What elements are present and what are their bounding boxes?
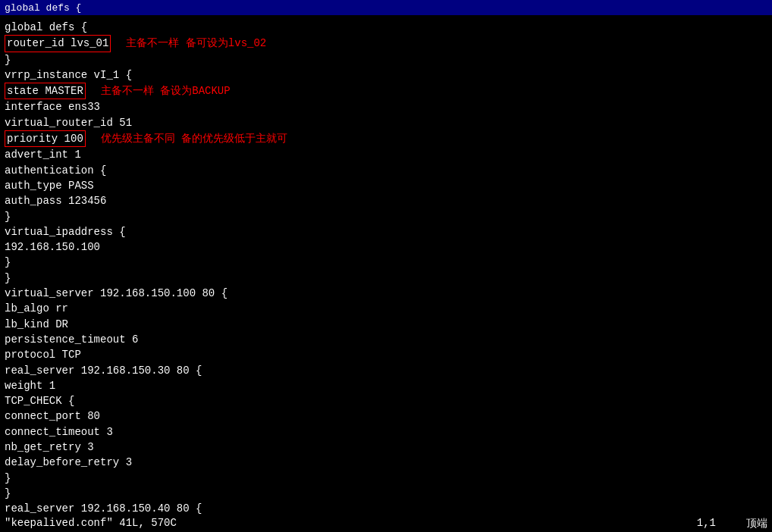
code-line: priority 100优先级主备不同 备的优先级低于主就可 [5,130,767,147]
code-text-span: delay_before_retry 3 [5,455,132,470]
code-line: } [5,255,767,270]
code-line: virtual_server 192.168.150.100 80 { [5,286,767,301]
code-line: virtual_ipaddress { [5,224,767,239]
code-text-span: } [5,209,11,224]
code-line: connect_port 80 [5,408,767,424]
code-text-span: virtual_router_id 51 [5,115,132,130]
code-text-span: real_server 192.168.150.30 80 { [5,363,202,378]
code-text-span: } [5,486,11,501]
code-text-span: } [5,52,11,67]
code-text-span: advert_int 1 [5,147,81,162]
code-text-span: virtual_server 192.168.150.100 80 { [5,286,228,301]
code-text-span: global defs { [5,20,87,35]
code-comment: 主备不一样 备可设为lvs_02 [126,36,266,51]
code-line: connect_timeout 3 [5,424,767,440]
code-line: 192.168.150.100 [5,239,767,255]
code-text-span: persistence_timeout 6 [5,332,138,347]
code-text-span: connect_timeout 3 [5,424,113,440]
code-text-span: weight 1 [5,378,55,393]
code-line: auth_type PASS [5,178,767,193]
code-line: lb_algo rr [5,301,767,316]
code-text-span: lb_kind DR [5,317,68,332]
code-line: auth_pass 123456 [5,193,767,208]
code-text-span: TCP_CHECK { [5,393,74,408]
code-line: vrrp_instance vI_1 { [5,67,767,83]
code-text-span: lb_algo rr [5,301,68,316]
code-text-span: 192.168.150.100 [5,239,100,255]
code-line: delay_before_retry 3 [5,455,767,470]
code-line: interface ens33 [5,99,767,114]
code-line: } [5,209,767,224]
code-line: } [5,271,767,286]
code-line: } [5,52,767,67]
code-line: persistence_timeout 6 [5,332,767,347]
code-line: virtual_router_id 51 [5,115,767,130]
code-line: lb_kind DR [5,317,767,332]
status-position-area: 1,1 顶端 [697,517,767,530]
status-position: 1,1 [697,517,716,530]
terminal: global defs { global defs {router_id lvs… [0,0,772,532]
highlighted-code: state MASTER [5,83,86,99]
code-line: } [5,471,767,486]
top-bar: global defs { [0,0,772,15]
code-text-span: authentication { [5,163,106,178]
status-location: 顶端 [746,517,767,530]
code-text-span: } [5,271,11,286]
code-line: global defs { [5,20,767,35]
code-line: weight 1 [5,378,767,393]
highlighted-code: router_id lvs_01 [5,35,111,52]
code-text-span: } [5,255,11,270]
code-text-span: nb_get_retry 3 [5,440,94,455]
code-comment: 优先级主备不同 备的优先级低于主就可 [101,131,287,146]
status-file-info: "keepalived.conf" 41L, 570C [5,517,177,530]
code-line: real_server 192.168.150.30 80 { [5,363,767,378]
code-text-span: auth_pass 123456 [5,193,106,208]
top-bar-title: global defs { [5,2,81,14]
code-line: advert_int 1 [5,147,767,162]
code-text-span: real_server 192.168.150.40 80 { [5,501,202,516]
code-line: state MASTER主备不一样 备设为BACKUP [5,83,767,99]
code-text-span: virtual_ipaddress { [5,224,126,239]
code-text-span: interface ens33 [5,99,100,114]
code-text-span: auth_type PASS [5,178,94,193]
code-content: global defs {router_id lvs_01主备不一样 备可设为l… [5,20,767,532]
code-text-span: protocol TCP [5,347,81,362]
code-line: router_id lvs_01主备不一样 备可设为lvs_02 [5,35,767,52]
code-text-span: connect_port 80 [5,408,100,424]
code-line: real_server 192.168.150.40 80 { [5,501,767,516]
code-text-span: } [5,471,11,486]
code-line: protocol TCP [5,347,767,362]
code-line: nb_get_retry 3 [5,440,767,455]
code-line: TCP_CHECK { [5,393,767,408]
status-bar: "keepalived.conf" 41L, 570C 1,1 顶端 [0,515,772,532]
code-comment: 主备不一样 备设为BACKUP [101,83,231,99]
code-line: } [5,486,767,501]
highlighted-code: priority 100 [5,130,86,147]
code-line: authentication { [5,163,767,178]
code-text-span: vrrp_instance vI_1 { [5,67,132,83]
